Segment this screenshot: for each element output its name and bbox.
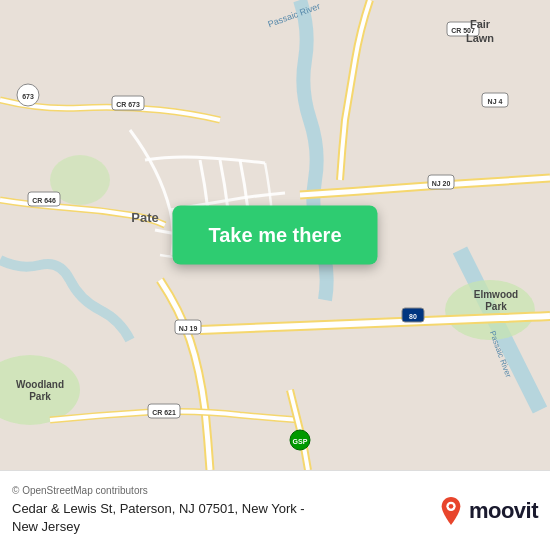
svg-text:Park: Park: [29, 391, 51, 402]
svg-text:80: 80: [409, 313, 417, 320]
svg-text:Pate: Pate: [131, 210, 158, 225]
svg-point-34: [449, 504, 454, 509]
address-text: Cedar & Lewis St, Paterson, NJ 07501, Ne…: [12, 500, 437, 536]
svg-text:Park: Park: [485, 301, 507, 312]
svg-text:Woodland: Woodland: [16, 379, 64, 390]
moovit-logo: moovit: [437, 497, 538, 525]
take-me-there-button[interactable]: Take me there: [172, 206, 377, 265]
footer-bar: © OpenStreetMap contributors Cedar & Lew…: [0, 470, 550, 550]
svg-text:Lawn: Lawn: [466, 32, 494, 44]
svg-text:Elmwood: Elmwood: [474, 289, 518, 300]
svg-text:NJ 19: NJ 19: [179, 325, 198, 332]
svg-text:CR 646: CR 646: [32, 197, 56, 204]
map-attribution: © OpenStreetMap contributors: [12, 485, 437, 496]
svg-text:NJ 20: NJ 20: [432, 180, 451, 187]
svg-text:CR 673: CR 673: [116, 101, 140, 108]
map-container: 673 CR 673 CR 646 NJ 4 NJ 20 NJ 19 80 CR…: [0, 0, 550, 470]
svg-text:Fair: Fair: [470, 18, 491, 30]
footer-info: © OpenStreetMap contributors Cedar & Lew…: [12, 485, 437, 536]
svg-text:GSP: GSP: [293, 438, 308, 445]
svg-text:CR 621: CR 621: [152, 409, 176, 416]
svg-text:NJ 4: NJ 4: [488, 98, 503, 105]
svg-text:673: 673: [22, 93, 34, 100]
moovit-brand-text: moovit: [469, 498, 538, 524]
moovit-pin-icon: [437, 497, 465, 525]
